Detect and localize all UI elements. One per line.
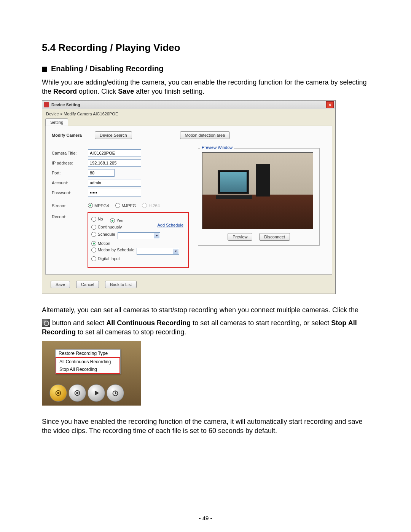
- record-button-icon[interactable]: [49, 384, 67, 402]
- ip-address-input[interactable]: [88, 159, 141, 167]
- svg-point-3: [76, 392, 78, 394]
- app-icon: [44, 102, 49, 107]
- subsection-heading: Enabling / Disabling Recording: [42, 64, 369, 73]
- motion-schedule-combo[interactable]: [137, 248, 179, 255]
- record-options-highlight: No Yes Add Schedule Continuously Schedul…: [88, 212, 189, 268]
- preview-window-group: Preview Window Preview Disconnect: [198, 148, 320, 268]
- paragraph: Alternately, you can set all cameras to …: [42, 305, 369, 315]
- preview-button[interactable]: Preview: [228, 233, 252, 241]
- radio-record-yes[interactable]: Yes: [110, 218, 123, 223]
- stream-radios: MPEG4 MJPEG H.264: [88, 203, 160, 208]
- stream-label: Stream:: [52, 203, 88, 208]
- radio-mpeg4[interactable]: MPEG4: [88, 203, 109, 208]
- camera-title-label: Camera Title:: [52, 151, 88, 155]
- modify-camera-label: Modify Camera: [52, 133, 88, 137]
- port-label: Port:: [52, 171, 88, 175]
- record-label: Record:: [52, 211, 88, 268]
- device-setting-dialog: Device Setting × Device > Modify Camera …: [42, 100, 336, 294]
- paragraph: button and select All Continuous Recordi…: [42, 318, 369, 337]
- svg-point-1: [57, 392, 59, 394]
- password-input[interactable]: [88, 189, 141, 197]
- add-schedule-link[interactable]: Add Schedule: [158, 223, 184, 227]
- radio-record-no[interactable]: No: [91, 217, 103, 222]
- radio-mjpeg[interactable]: MJPEG: [115, 203, 136, 208]
- dialog-titlebar: Device Setting ×: [42, 101, 335, 109]
- close-icon[interactable]: ×: [326, 101, 334, 108]
- port-input[interactable]: [88, 169, 115, 177]
- device-search-button[interactable]: Device Search: [95, 131, 132, 139]
- radio-motion-by-schedule[interactable]: Motion by Schedule: [91, 248, 135, 252]
- schedule-button-icon[interactable]: [107, 384, 124, 402]
- square-bullet-icon: [42, 67, 47, 72]
- dialog-title: Device Setting: [51, 102, 80, 107]
- camera-title-input[interactable]: [88, 149, 141, 157]
- paragraph: Since you have enabled the recording fun…: [42, 417, 369, 436]
- breadcrumb: Device > Modify Camera AIC1620POE: [42, 109, 335, 118]
- section-heading: 5.4 Recording / Playing Video: [42, 42, 369, 54]
- record-toolbar-icon: [42, 319, 50, 327]
- ip-address-label: IP address:: [52, 161, 88, 165]
- preview-window-label: Preview Window: [200, 145, 234, 150]
- menu-stop-all-recording[interactable]: Stop All Recording: [56, 366, 119, 373]
- schedule-combo[interactable]: [118, 232, 160, 239]
- radio-h264: H.264: [142, 203, 159, 208]
- radio-motion[interactable]: Motion: [91, 241, 110, 246]
- save-button[interactable]: Save: [51, 281, 70, 288]
- radio-schedule[interactable]: Schedule: [91, 232, 115, 237]
- motion-detection-area-button[interactable]: Motion detection area: [180, 131, 230, 139]
- play-button-icon[interactable]: [88, 384, 105, 402]
- menu-restore-recording-type[interactable]: Restore Recording Type: [56, 350, 120, 357]
- account-input[interactable]: [88, 179, 141, 187]
- paragraph: While you are adding/editing the camera,…: [42, 78, 369, 96]
- record-context-menu: Restore Recording Type All Continuous Re…: [55, 349, 121, 374]
- radio-continuously[interactable]: Continuously: [91, 225, 122, 230]
- account-label: Account:: [52, 181, 88, 185]
- back-to-list-button[interactable]: Back to List: [105, 281, 137, 288]
- cancel-button[interactable]: Cancel: [76, 281, 99, 288]
- page-number: - 49 -: [0, 515, 411, 521]
- camera-preview-image: [202, 152, 313, 229]
- menu-all-continuous-recording[interactable]: All Continuous Recording: [56, 358, 119, 366]
- disconnect-button[interactable]: Disconnect: [259, 233, 290, 241]
- radio-digital-input[interactable]: Digital Input: [91, 256, 120, 261]
- password-label: Password:: [52, 190, 88, 195]
- view-button-icon[interactable]: [68, 384, 86, 402]
- toolbar-menu-screenshot: Restore Recording Type All Continuous Re…: [42, 341, 141, 406]
- tab-setting[interactable]: Setting: [45, 118, 68, 126]
